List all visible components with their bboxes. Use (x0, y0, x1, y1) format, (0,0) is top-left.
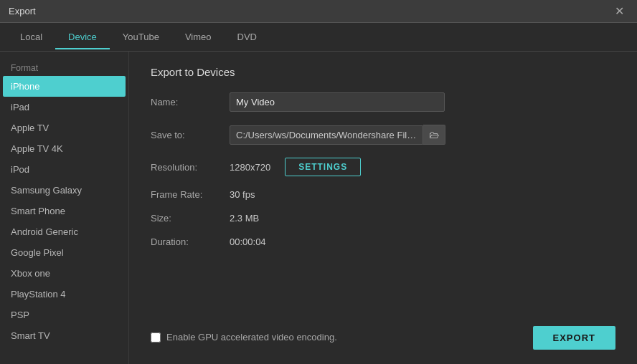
save-to-label: Save to: (151, 130, 230, 140)
resolution-label: Resolution: (151, 162, 230, 173)
sidebar-item-samsung-galaxy[interactable]: Samsung Galaxy (0, 180, 128, 201)
title-bar: Export ✕ (0, 0, 637, 23)
name-row: Name: (151, 92, 615, 112)
tab-device[interactable]: Device (55, 26, 110, 49)
frame-rate-label: Frame Rate: (151, 189, 230, 200)
duration-value: 00:00:04 (230, 236, 266, 247)
size-label: Size: (151, 213, 230, 224)
folder-browse-button[interactable]: 🗁 (423, 125, 445, 145)
sidebar-item-iphone[interactable]: iPhone (3, 76, 126, 97)
sidebar-item-apple-tv-4k[interactable]: Apple TV 4K (0, 138, 128, 159)
tab-bar: Local Device YouTube Vimeo DVD (0, 23, 637, 52)
settings-button[interactable]: SETTINGS (285, 158, 361, 176)
size-row: Size: 2.3 MB (151, 213, 615, 224)
gpu-label[interactable]: Enable GPU accelerated video encoding. (166, 332, 337, 343)
panel-title: Export to Devices (151, 66, 615, 78)
sidebar-item-psp[interactable]: PSP (0, 305, 128, 325)
sidebar-item-apple-tv[interactable]: Apple TV (0, 118, 128, 138)
sidebar-item-ipad[interactable]: iPad (0, 97, 128, 118)
gpu-checkbox[interactable] (151, 332, 161, 343)
sidebar-item-ipod[interactable]: iPod (0, 159, 128, 180)
save-to-input-group: 🗁 (230, 125, 445, 145)
size-value: 2.3 MB (230, 213, 259, 224)
resolution-row: Resolution: 1280x720 SETTINGS (151, 158, 615, 176)
name-input[interactable] (230, 92, 445, 112)
save-to-row: Save to: 🗁 (151, 125, 615, 145)
tab-local[interactable]: Local (7, 26, 55, 49)
tab-youtube[interactable]: YouTube (110, 26, 172, 49)
save-to-input[interactable] (230, 125, 423, 145)
export-button[interactable]: EXPORT (533, 326, 615, 350)
right-panel: Export to Devices Name: Save to: 🗁 Resol… (129, 52, 637, 364)
sidebar-item-smart-phone[interactable]: Smart Phone (0, 201, 128, 221)
sidebar: Format iPhone iPad Apple TV Apple TV 4K … (0, 52, 129, 364)
main-content: Format iPhone iPad Apple TV Apple TV 4K … (0, 52, 637, 364)
gpu-row: Enable GPU accelerated video encoding. (151, 332, 337, 350)
frame-rate-row: Frame Rate: 30 fps (151, 189, 615, 200)
sidebar-group-label: Format (0, 59, 128, 76)
sidebar-item-android-generic[interactable]: Android Generic (0, 221, 128, 242)
name-label: Name: (151, 97, 230, 107)
sidebar-item-google-pixel[interactable]: Google Pixel (0, 242, 128, 263)
resolution-value-group: 1280x720 SETTINGS (230, 158, 361, 176)
resolution-value: 1280x720 (230, 162, 270, 173)
tab-vimeo[interactable]: Vimeo (172, 26, 225, 49)
bottom-area: Enable GPU accelerated video encoding. E… (151, 326, 615, 350)
duration-label: Duration: (151, 236, 230, 247)
tab-dvd[interactable]: DVD (225, 26, 270, 49)
sidebar-item-xbox-one[interactable]: Xbox one (0, 263, 128, 284)
frame-rate-value: 30 fps (230, 189, 255, 200)
duration-row: Duration: 00:00:04 (151, 236, 615, 247)
dialog-title: Export (9, 6, 36, 16)
sidebar-item-playstation-4[interactable]: PlayStation 4 (0, 284, 128, 305)
sidebar-item-smart-tv[interactable]: Smart TV (0, 325, 128, 346)
close-button[interactable]: ✕ (610, 4, 628, 19)
